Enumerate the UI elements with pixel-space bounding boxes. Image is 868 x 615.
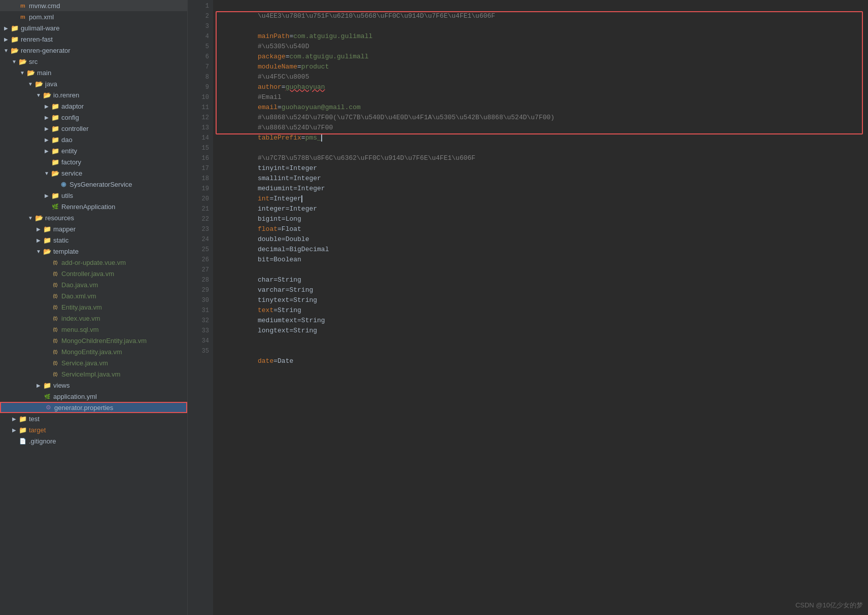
tree-label-java: java xyxy=(45,80,187,88)
arrow-views: ▶ xyxy=(34,383,43,388)
arrow-renren-generator: ▼ xyxy=(2,48,10,53)
tree-item-menu-sql-vm[interactable]: ▶ ⟨t⟩ menu.sql.vm xyxy=(0,324,187,335)
tree-item-src[interactable]: ▼ 📂 src xyxy=(0,56,187,67)
tree-label-template: template xyxy=(53,248,187,255)
tree-item-gitignore[interactable]: ▶ 📄 .gitignore xyxy=(0,435,187,447)
editor-content: 12345 678910 1112131415 1617181920 21222… xyxy=(188,0,868,615)
arrow-mapper: ▶ xyxy=(34,226,43,232)
tree-item-resources[interactable]: ▼ 📂 resources xyxy=(0,212,187,223)
service-icon-sysgen: ◉ xyxy=(59,181,68,188)
folder-icon-io-renren: 📂 xyxy=(43,91,52,99)
tree-item-pom-xml[interactable]: m pom.xml xyxy=(0,11,187,22)
arrow-adaptor: ▶ xyxy=(43,104,51,109)
folder-icon-java: 📂 xyxy=(34,80,44,88)
tree-label-utils: utils xyxy=(61,192,187,199)
tree-item-index-vue-vm[interactable]: ▶ ⟨t⟩ index.vue.vm xyxy=(0,313,187,324)
tree-item-entity[interactable]: ▶ 📁 entity xyxy=(0,145,187,156)
tree-item-utils[interactable]: ▶ 📁 utils xyxy=(0,190,187,201)
tree-item-renren-generator[interactable]: ▼ 📂 renren-generator xyxy=(0,45,187,56)
tree-item-serviceimpl-java-vm[interactable]: ▶ ⟨t⟩ ServiceImpl.java.vm xyxy=(0,368,187,380)
code-line-20: integer=Integer xyxy=(218,194,868,204)
code-line-27: char=String xyxy=(218,265,868,275)
file-tree: m mvnw.cmd m pom.xml ▶ 📁 gulimall-ware ▶… xyxy=(0,0,188,615)
tree-item-factory[interactable]: ▶ 📁 factory xyxy=(0,156,187,167)
tree-item-config[interactable]: ▶ 📁 config xyxy=(0,112,187,123)
tree-item-static[interactable]: ▶ 📁 static xyxy=(0,234,187,246)
folder-icon-service: 📂 xyxy=(51,169,60,177)
code-line-1: \u4EE3\u7801\u751F\u6210\u5668\uFF0C\u91… xyxy=(218,1,868,11)
code-line-15: #\u7C7B\u578B\u8F6C\u6362\uFF0C\u914D\u7… xyxy=(218,143,868,153)
arrow-controller: ▶ xyxy=(43,126,51,131)
tree-item-mongoentity-java-vm[interactable]: ▶ ⟨t⟩ MongoEntity.java.vm xyxy=(0,346,187,357)
line-numbers: 12345 678910 1112131415 1617181920 21222… xyxy=(188,0,213,615)
tree-item-sysgeneratorservice[interactable]: ▶ ◉ SysGeneratorService xyxy=(0,179,187,190)
arrow-renren-fast: ▶ xyxy=(2,37,10,42)
tree-item-service-java-vm[interactable]: ▶ ⟨t⟩ Service.java.vm xyxy=(0,357,187,368)
tree-label-sysgeneratorservice: SysGeneratorService xyxy=(70,181,187,188)
tree-item-mongochildren-java-vm[interactable]: ▶ ⟨t⟩ MongoChildrenEntity.java.vm xyxy=(0,335,187,346)
folder-icon-config: 📁 xyxy=(51,114,60,121)
tree-item-renren-fast[interactable]: ▶ 📁 renren-fast xyxy=(0,33,187,45)
vm-icon-7: ⟨t⟩ xyxy=(51,327,60,332)
tree-item-template[interactable]: ▼ 📂 template xyxy=(0,246,187,257)
tree-item-controller[interactable]: ▶ 📁 controller xyxy=(0,123,187,134)
tree-item-main[interactable]: ▼ 📂 main xyxy=(0,67,187,78)
arrow-entity: ▶ xyxy=(43,148,51,154)
tree-item-controller-java-vm[interactable]: ▶ ⟨t⟩ Controller.java.vm xyxy=(0,268,187,279)
properties-icon: ⚙ xyxy=(44,404,53,411)
tree-item-service[interactable]: ▼ 📂 service xyxy=(0,167,187,179)
tree-label-mvnw-cmd: mvnw.cmd xyxy=(29,2,187,10)
tree-item-mapper[interactable]: ▶ 📁 mapper xyxy=(0,223,187,234)
tree-item-mvnw-cmd[interactable]: m mvnw.cmd xyxy=(0,0,187,11)
arrow-config: ▶ xyxy=(43,115,51,120)
app-icon-renren: 🌿 xyxy=(51,203,60,210)
arrow-utils: ▶ xyxy=(43,193,51,198)
arrow-test: ▶ xyxy=(10,416,18,422)
tree-label-gulimall-ware: gulimall-ware xyxy=(21,24,187,32)
arrow-io-renren: ▼ xyxy=(34,92,43,98)
tree-label-mongochildren-java-vm: MongoChildrenEntity.java.vm xyxy=(61,337,187,345)
tree-label-service-java-vm: Service.java.vm xyxy=(61,359,187,367)
vm-icon-9: ⟨t⟩ xyxy=(51,349,60,355)
folder-icon-renren-fast: 📁 xyxy=(10,36,19,43)
tree-label-test: test xyxy=(29,415,187,423)
tree-item-io-renren[interactable]: ▼ 📂 io.renren xyxy=(0,89,187,100)
tree-item-dao[interactable]: ▶ 📁 dao xyxy=(0,134,187,145)
tree-item-application-yml[interactable]: ▶ 🌿 application.yml xyxy=(0,391,187,402)
tree-item-renren-application[interactable]: ▶ 🌿 RenrenApplication xyxy=(0,201,187,212)
tree-item-add-or-update-vue-vm[interactable]: ▶ ⟨t⟩ add-or-update.vue.vm xyxy=(0,257,187,268)
tree-item-java[interactable]: ▼ 📂 java xyxy=(0,78,187,89)
m-icon: m xyxy=(18,3,27,9)
tree-label-controller-java-vm: Controller.java.vm xyxy=(61,270,187,278)
tree-label-dao-java-vm: Dao.java.vm xyxy=(61,281,187,289)
tree-item-adaptor[interactable]: ▶ 📁 adaptor xyxy=(0,100,187,112)
tree-item-dao-java-vm[interactable]: ▶ ⟨t⟩ Dao.java.vm xyxy=(0,279,187,290)
vm-icon-4: ⟨t⟩ xyxy=(51,293,60,299)
tree-item-dao-xml-vm[interactable]: ▶ ⟨t⟩ Dao.xml.vm xyxy=(0,290,187,301)
arrow-main: ▼ xyxy=(18,70,26,76)
code-line-23: double=Double xyxy=(218,224,868,234)
tree-label-views: views xyxy=(53,382,187,389)
tree-label-generator-properties: generator.properties xyxy=(54,404,186,412)
tree-label-entity-java-vm: Entity.java.vm xyxy=(61,303,187,311)
tree-label-factory: factory xyxy=(61,158,187,166)
tree-item-target[interactable]: ▶ 📁 target xyxy=(0,424,187,435)
tree-label-io-renren: io.renren xyxy=(53,91,187,99)
tree-item-gulimall-ware[interactable]: ▶ 📁 gulimall-ware xyxy=(0,22,187,33)
code-area[interactable]: \u4EE3\u7801\u751F\u6210\u5668\uFF0C\u91… xyxy=(213,0,868,615)
tree-item-generator-properties[interactable]: ▶ ⚙ generator.properties xyxy=(0,402,187,413)
folder-icon-template: 📂 xyxy=(43,248,52,255)
arrow-java: ▼ xyxy=(26,81,34,87)
arrow-service: ▼ xyxy=(43,170,51,176)
code-line-22: float=Float xyxy=(218,214,868,224)
tree-label-main: main xyxy=(37,69,187,77)
arrow-target: ▶ xyxy=(10,427,18,433)
tree-item-entity-java-vm[interactable]: ▶ ⟨t⟩ Entity.java.vm xyxy=(0,301,187,313)
tree-item-test[interactable]: ▶ 📁 test xyxy=(0,413,187,424)
folder-icon-test: 📁 xyxy=(18,415,27,423)
code-line-35: date=Date xyxy=(218,346,868,356)
tree-item-views[interactable]: ▶ 📁 views xyxy=(0,380,187,391)
folder-icon-renren-generator: 📂 xyxy=(10,47,19,54)
folder-icon-resources: 📂 xyxy=(34,214,44,222)
tree-label-dao: dao xyxy=(61,136,187,144)
